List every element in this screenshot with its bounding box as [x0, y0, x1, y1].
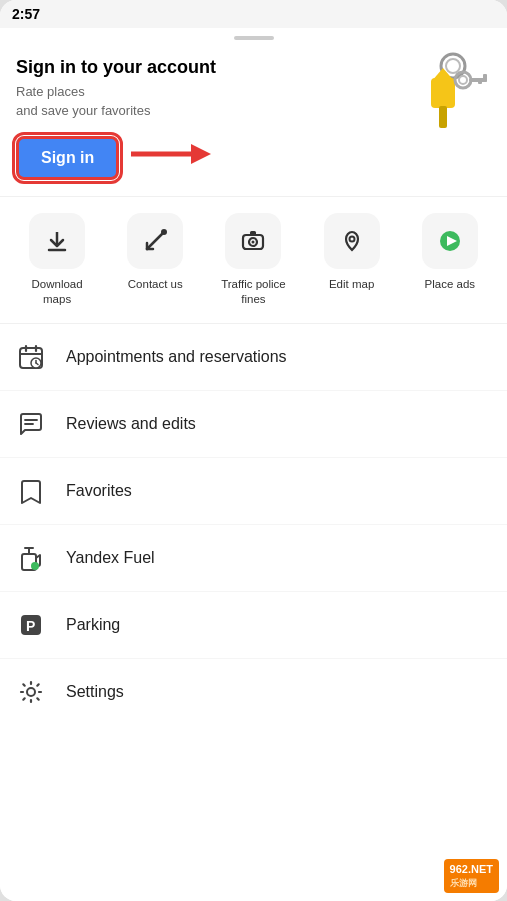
- svg-point-22: [252, 240, 255, 243]
- favorites-icon: [16, 476, 46, 506]
- status-time: 2:57: [12, 6, 40, 22]
- svg-marker-1: [191, 144, 211, 164]
- signin-title: Sign in to your account: [16, 56, 401, 79]
- quick-action-place-ads[interactable]: Place ads: [410, 213, 490, 307]
- svg-rect-7: [439, 106, 447, 128]
- place-ads-label: Place ads: [425, 277, 476, 292]
- quick-actions: Download maps Contact us: [0, 197, 507, 324]
- svg-point-10: [459, 76, 467, 84]
- edit-map-label: Edit map: [329, 277, 374, 292]
- watermark-sub: 乐游网: [450, 877, 493, 890]
- svg-text:P: P: [26, 618, 35, 634]
- menu-item-settings[interactable]: Settings: [0, 659, 507, 725]
- reviews-icon: [16, 409, 46, 439]
- place-ads-icon: [422, 213, 478, 269]
- main-content: Sign in to your account Rate placesand s…: [0, 40, 507, 901]
- watermark: 962.NET 乐游网: [444, 859, 499, 893]
- signin-button[interactable]: Sign in: [16, 136, 119, 180]
- favorites-label: Favorites: [66, 482, 132, 500]
- contact-us-label: Contact us: [128, 277, 183, 292]
- download-maps-icon: [29, 213, 85, 269]
- svg-point-24: [349, 236, 354, 241]
- signin-btn-wrapper: Sign in: [16, 136, 401, 180]
- settings-icon: [16, 677, 46, 707]
- keys-image: [401, 48, 491, 138]
- watermark-main: 962.NET: [450, 863, 493, 875]
- traffic-police-label: Traffic police fines: [213, 277, 293, 307]
- parking-label: Parking: [66, 616, 120, 634]
- phone-container: 2:57 Sign in to your account Rate places…: [0, 0, 507, 901]
- svg-point-3: [446, 59, 460, 73]
- svg-line-16: [147, 232, 164, 249]
- quick-action-download-maps[interactable]: Download maps: [17, 213, 97, 307]
- svg-rect-12: [483, 74, 487, 82]
- svg-point-42: [27, 688, 35, 696]
- svg-rect-8: [439, 120, 447, 124]
- quick-action-traffic-police[interactable]: Traffic police fines: [213, 213, 293, 307]
- svg-rect-13: [478, 78, 482, 84]
- status-bar: 2:57: [0, 0, 507, 28]
- contact-us-icon: [127, 213, 183, 269]
- yandex-fuel-label: Yandex Fuel: [66, 549, 155, 567]
- edit-map-icon: [324, 213, 380, 269]
- quick-action-edit-map[interactable]: Edit map: [312, 213, 392, 307]
- appointments-icon: [16, 342, 46, 372]
- signin-section: Sign in to your account Rate placesand s…: [0, 40, 507, 197]
- menu-item-yandex-fuel[interactable]: Yandex Fuel: [0, 525, 507, 592]
- menu-item-favorites[interactable]: Favorites: [0, 458, 507, 525]
- settings-label: Settings: [66, 683, 124, 701]
- svg-point-17: [161, 229, 167, 235]
- signin-subtitle: Rate placesand save your favorites: [16, 83, 401, 119]
- quick-action-contact-us[interactable]: Contact us: [115, 213, 195, 307]
- svg-rect-23: [250, 231, 256, 235]
- signin-text-block: Sign in to your account Rate placesand s…: [16, 56, 401, 180]
- menu-item-reviews[interactable]: Reviews and edits: [0, 391, 507, 458]
- yandex-fuel-icon: [16, 543, 46, 573]
- menu-item-appointments[interactable]: Appointments and reservations: [0, 324, 507, 391]
- menu-list: Appointments and reservations Reviews an…: [0, 324, 507, 725]
- appointments-label: Appointments and reservations: [66, 348, 287, 366]
- arrow-icon: [131, 140, 211, 175]
- reviews-label: Reviews and edits: [66, 415, 196, 433]
- menu-item-parking[interactable]: P Parking: [0, 592, 507, 659]
- download-maps-label: Download maps: [17, 277, 97, 307]
- svg-rect-4: [431, 78, 455, 108]
- parking-icon: P: [16, 610, 46, 640]
- traffic-police-icon: [225, 213, 281, 269]
- svg-point-39: [31, 562, 39, 570]
